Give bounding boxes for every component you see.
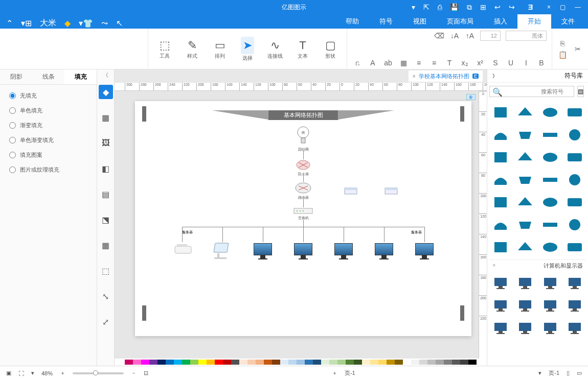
shape-network-16[interactable] <box>563 192 586 212</box>
page-dropdown-icon[interactable]: ▾ <box>538 370 541 376</box>
shape-network-24[interactable] <box>563 237 586 257</box>
color-swatch[interactable] <box>436 360 444 365</box>
document-tab[interactable]: E 学校基本网络拓扑图 × <box>409 70 483 82</box>
color-swatch[interactable] <box>166 360 174 365</box>
font-btn[interactable]: x² <box>475 59 485 67</box>
shape-network-3[interactable] <box>489 102 512 123</box>
user-label[interactable]: 大米 <box>40 18 56 29</box>
color-swatch[interactable] <box>207 360 215 365</box>
strip-btn-0[interactable]: ◆ <box>99 85 113 99</box>
shape-network-7[interactable] <box>489 125 512 145</box>
shape-network-5[interactable] <box>539 125 561 145</box>
font-btn[interactable]: T <box>444 59 455 67</box>
node-switch[interactable]: 交换机 <box>293 207 313 221</box>
undo-icon[interactable]: ↩ <box>494 3 501 12</box>
prop-tab-2[interactable]: 阴影 <box>0 69 32 84</box>
shape-network-20[interactable] <box>563 215 586 235</box>
diamond-icon[interactable]: ◆ <box>64 18 71 28</box>
color-swatch[interactable] <box>370 360 378 365</box>
prop-tab-0[interactable]: 填充 <box>64 69 97 84</box>
shape-network-1[interactable] <box>539 102 561 123</box>
shirt-icon[interactable]: 👕▾ <box>79 18 93 28</box>
menu-tab-2[interactable]: 插入 <box>484 14 517 29</box>
shape-network-12[interactable] <box>563 170 586 190</box>
shape-network-26[interactable] <box>514 237 536 257</box>
shape-network-4[interactable] <box>563 125 586 145</box>
font-family-select[interactable] <box>506 31 547 41</box>
strip-btn-9[interactable]: ⤢ <box>99 315 113 329</box>
tool-文本[interactable]: T文本 <box>291 39 314 59</box>
node-internet[interactable]: 网 因特网 <box>297 126 310 152</box>
node-pc-2[interactable] <box>293 243 313 259</box>
color-swatch[interactable] <box>305 360 313 365</box>
color-swatch[interactable] <box>346 360 354 365</box>
paste-icon[interactable]: 📋 <box>557 51 568 59</box>
grid-icon[interactable]: ⊞▾ <box>21 18 32 28</box>
copy-icon[interactable]: ⎘ <box>557 39 568 48</box>
shape-network-10[interactable] <box>514 147 536 168</box>
font-btn[interactable]: I <box>521 59 531 67</box>
shape-computer-9[interactable] <box>539 319 561 339</box>
shape-network-25[interactable] <box>539 237 561 257</box>
node-device-1[interactable] <box>172 243 194 255</box>
shape-computer-10[interactable] <box>514 319 536 339</box>
clear-format-icon[interactable]: ⌫ <box>434 32 444 40</box>
node-server-1[interactable] <box>344 186 358 196</box>
zoom-out-icon[interactable]: － <box>131 369 137 377</box>
color-swatch[interactable] <box>149 360 157 365</box>
strip-btn-4[interactable]: ▤ <box>99 187 113 201</box>
canvas[interactable]: 020406080100120140160180200220 ⊕ 基本网络拓扑图… <box>115 91 487 359</box>
color-swatch[interactable] <box>395 360 403 365</box>
node-pc-1[interactable] <box>253 243 273 259</box>
node-device-2[interactable] <box>212 242 233 259</box>
color-swatch[interactable] <box>337 360 346 365</box>
node-firewall[interactable]: 防火墙 <box>296 159 311 177</box>
color-swatch[interactable] <box>256 360 264 365</box>
color-swatch[interactable] <box>444 360 452 365</box>
color-swatch[interactable] <box>182 360 190 365</box>
font-btn[interactable]: A <box>368 59 378 67</box>
minimize-icon[interactable]: — <box>575 4 581 11</box>
shape-computer-11[interactable] <box>489 319 512 339</box>
color-swatch[interactable] <box>215 360 223 365</box>
font-btn[interactable]: ≡ <box>414 59 424 67</box>
menu-tab-3[interactable]: 页面布局 <box>437 14 484 29</box>
color-swatch[interactable] <box>247 360 256 365</box>
close-tab-icon[interactable]: × <box>413 73 416 79</box>
color-swatch[interactable] <box>190 360 198 365</box>
fill-option-4[interactable]: 填充图案 <box>9 151 87 159</box>
color-swatch[interactable] <box>427 360 436 365</box>
font-btn[interactable]: U <box>506 59 516 67</box>
color-swatch[interactable] <box>387 360 395 365</box>
close-icon[interactable]: × <box>547 4 551 11</box>
connector-icon[interactable]: ⤳ <box>101 18 108 28</box>
menu-tab-1[interactable]: 开始 <box>517 14 551 29</box>
color-swatch[interactable] <box>378 360 387 365</box>
strip-btn-5[interactable]: ⬔ <box>99 212 113 227</box>
color-swatch[interactable] <box>231 360 239 365</box>
maximize-icon[interactable]: ▢ <box>560 4 566 11</box>
origin-marker[interactable]: ⊕ <box>466 94 476 100</box>
shape-network-14[interactable] <box>514 170 536 190</box>
export-icon[interactable]: ⇱ <box>423 3 429 12</box>
fill-option-3[interactable]: 单色渐变填充 <box>9 136 87 144</box>
fit-icon[interactable]: ▣ <box>6 370 11 376</box>
font-btn[interactable]: x₂ <box>460 59 470 67</box>
color-swatch[interactable] <box>362 360 370 365</box>
page[interactable]: 基本网络拓扑图 网 因特网 防火墙 <box>135 101 471 336</box>
shape-network-15[interactable] <box>489 170 512 190</box>
font-btn[interactable]: ⎌ <box>352 59 363 67</box>
shape-network-22[interactable] <box>514 215 536 235</box>
prop-tab-1[interactable]: 线条 <box>32 69 64 84</box>
strip-btn-3[interactable]: ◧ <box>99 161 113 176</box>
chevron-up-icon[interactable]: ⌃ <box>6 18 13 28</box>
shape-network-0[interactable] <box>563 102 586 123</box>
color-swatch[interactable] <box>133 360 141 365</box>
layout-icon-1[interactable]: ▭ <box>577 370 582 376</box>
font-btn[interactable]: ▦ <box>398 59 409 67</box>
color-swatch[interactable] <box>403 360 411 365</box>
menu-tab-6[interactable]: 帮助 <box>335 14 369 29</box>
pointer-icon[interactable]: ↖ <box>116 18 123 28</box>
fill-option-1[interactable]: 单色填充 <box>9 107 87 114</box>
strip-btn-7[interactable]: ⬚ <box>99 264 113 278</box>
